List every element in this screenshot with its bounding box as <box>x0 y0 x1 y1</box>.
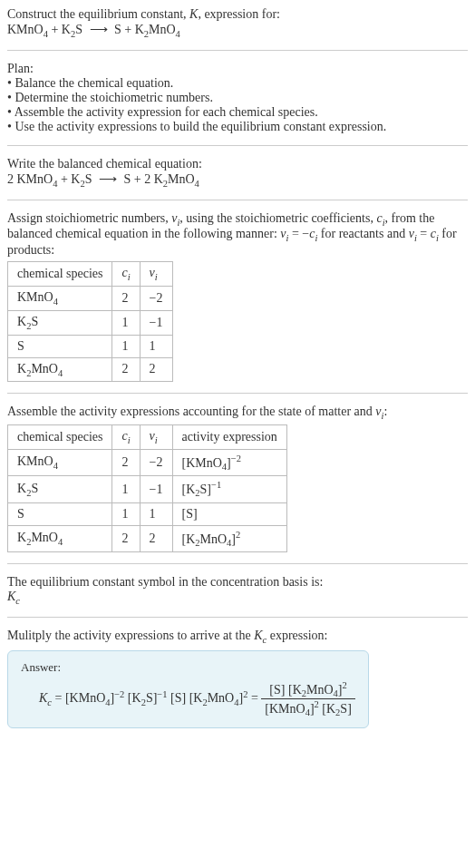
cell-ci: 2 <box>112 525 140 551</box>
cell-activity: [S] <box>172 502 286 525</box>
balanced-title: Write the balanced chemical equation: <box>7 157 468 171</box>
eq-sub: 4 <box>176 29 180 39</box>
equals: = <box>52 691 65 705</box>
assign-text: for reactants and <box>317 227 408 240</box>
term-sup: −2 <box>114 688 124 698</box>
term: [S] [K <box>269 683 301 697</box>
cell-activity: [K2S]−1 <box>172 476 286 502</box>
K-symbol: K <box>254 629 262 642</box>
eq-sub: 4 <box>195 179 199 189</box>
eq-part: S <box>75 23 82 36</box>
species-text: K <box>17 531 26 544</box>
assemble-text: : <box>383 405 387 418</box>
sub-i: i <box>155 272 158 282</box>
cell-species: S <box>8 502 112 525</box>
species-text: KMnO <box>17 454 53 468</box>
act-text: S] <box>200 483 211 496</box>
table-row: KMnO4 2 −2 <box>8 286 173 310</box>
cell-species: KMnO4 <box>8 449 112 475</box>
table-row: S 1 1 <box>8 335 173 357</box>
table-row: K2MnO4 2 2 [K2MnO4]2 <box>8 525 287 551</box>
term: [KMnO <box>265 702 305 716</box>
intro-equation: KMnO4 + K2S ⟶ S + K2MnO4 <box>7 23 180 36</box>
cell-nui: 2 <box>140 525 172 551</box>
term: S] <box>340 702 351 716</box>
term: [KMnO <box>65 691 105 705</box>
eq-part: MnO <box>168 172 195 186</box>
divider <box>7 50 468 51</box>
answer-expression: Kc = [KMnO4]−2 [K2S]−1 [S] [K2MnO4]2 = [… <box>39 680 355 718</box>
multiply-text: Mulitply the activity expressions to arr… <box>7 629 254 642</box>
arrow-icon: ⟶ <box>90 22 108 37</box>
cell-ci: 1 <box>112 335 140 357</box>
assign-text: , using the stoichiometric coefficients, <box>179 211 376 225</box>
species-text: S <box>31 482 38 495</box>
act-sup: −2 <box>231 454 241 463</box>
plan-bullet: • Determine the stoichiometric numbers. <box>7 91 468 105</box>
col-species: chemical species <box>8 425 112 450</box>
intro-section: Construct the equilibrium constant, K, e… <box>7 7 468 39</box>
c-sub: c <box>15 596 20 606</box>
species-sub: 4 <box>58 537 63 547</box>
plan-title: Plan: <box>7 62 468 76</box>
sub-i: i <box>128 272 131 282</box>
act-text: [K <box>182 483 196 496</box>
table-row: K2MnO4 2 2 <box>8 357 173 382</box>
divider <box>7 617 468 618</box>
cell-ci: 1 <box>112 476 140 502</box>
term: MnO <box>306 683 334 697</box>
eq-part: S + 2 K <box>123 172 162 186</box>
act-text: MnO <box>200 532 228 546</box>
cell-nui: 1 <box>140 502 172 525</box>
assign-text: = − <box>288 227 309 240</box>
cell-nui: −1 <box>140 476 172 502</box>
col-species: chemical species <box>8 262 112 287</box>
divider <box>7 393 468 394</box>
eq-part: K <box>62 23 71 36</box>
col-nui: νi <box>140 425 172 450</box>
divider <box>7 200 468 200</box>
cell-activity: [K2MnO4]2 <box>172 525 286 551</box>
cell-ci: 1 <box>112 502 140 525</box>
answer-box: Answer: Kc = [KMnO4]−2 [K2S]−1 [S] [K2Mn… <box>7 650 369 728</box>
term: S] <box>146 691 157 705</box>
balanced-section: Write the balanced chemical equation: 2 … <box>7 157 468 189</box>
term-sup: −1 <box>157 688 167 698</box>
cell-nui: −1 <box>140 310 172 335</box>
species-text: K <box>17 482 26 495</box>
divider <box>7 563 468 564</box>
assemble-section: Assemble the activity expressions accoun… <box>7 405 468 552</box>
K-symbol: K <box>39 691 47 705</box>
activity-table: chemical species ci νi activity expressi… <box>7 424 287 552</box>
cell-species: K2MnO4 <box>8 525 112 551</box>
balanced-equation: 2 KMnO4 + K2S ⟶ S + 2 K2MnO4 <box>7 172 199 186</box>
eq-part: MnO <box>149 23 176 36</box>
cell-species: K2MnO4 <box>8 357 112 382</box>
table-header-row: chemical species ci νi activity expressi… <box>8 425 287 450</box>
sub-i: i <box>128 435 131 445</box>
col-ci: ci <box>112 262 140 287</box>
species-text: S <box>31 315 38 328</box>
cell-ci: 1 <box>112 310 140 335</box>
col-ci: ci <box>112 425 140 450</box>
act-text: [K <box>182 532 196 546</box>
intro-text-b: , expression for: <box>198 7 280 21</box>
intro-K: K <box>189 7 198 21</box>
cell-activity: [KMnO4]−2 <box>172 449 286 475</box>
multiply-text: expression: <box>267 629 327 642</box>
answer-label: Answer: <box>21 660 355 675</box>
cell-nui: −2 <box>140 286 172 310</box>
cell-species: KMnO4 <box>8 286 112 310</box>
eq-part: KMnO <box>7 23 44 36</box>
col-activity: activity expression <box>172 425 286 450</box>
term: [K <box>124 691 141 705</box>
intro-text: Construct the equilibrium constant, <box>7 7 189 21</box>
table-row: S 1 1 [S] <box>8 502 287 525</box>
cell-ci: 2 <box>112 286 140 310</box>
species-sub: 4 <box>53 461 58 471</box>
species-text: K <box>17 362 26 375</box>
numerator: [S] [K2MnO4]2 <box>261 680 355 699</box>
cell-species: S <box>8 335 112 357</box>
sub-i: i <box>155 435 158 445</box>
multiply-section: Mulitply the activity expressions to arr… <box>7 629 468 728</box>
